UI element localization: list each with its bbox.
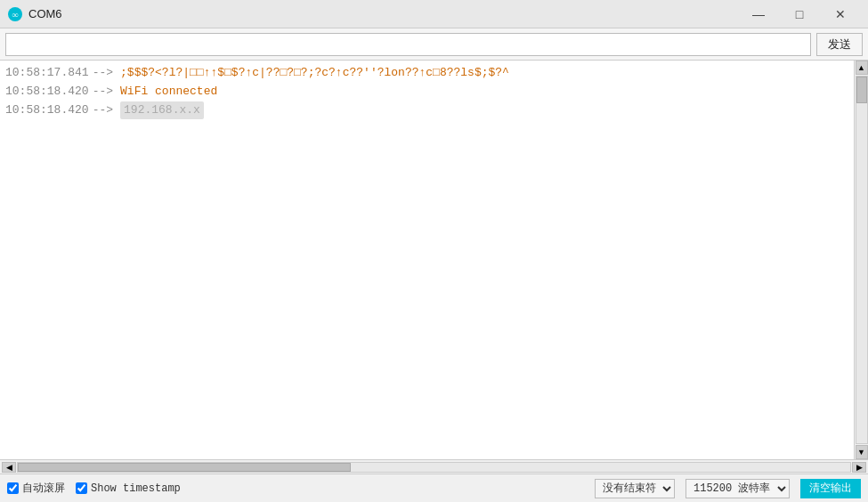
window-controls: — □ ✕: [738, 0, 861, 28]
maximize-button[interactable]: □: [779, 0, 820, 28]
show-timestamp-text: Show timestamp: [91, 482, 181, 495]
close-button[interactable]: ✕: [820, 0, 861, 28]
hscroll-thumb[interactable]: [18, 463, 351, 472]
timestamp-1: 10:58:17.841: [5, 64, 89, 83]
serial-line: 10:58:18.420 --> 192.168.x.x: [5, 101, 848, 120]
show-timestamp-checkbox[interactable]: [76, 482, 87, 494]
horizontal-scrollbar: ◀ ▶: [0, 459, 868, 474]
content-1: ;$$$?<?l?|□□↑↑$□$?↑c|??□?□?;?c?↑c??''?lo…: [120, 64, 509, 83]
scroll-up-button[interactable]: ▲: [856, 61, 868, 75]
minimize-button[interactable]: —: [738, 0, 779, 28]
baud-rate-group: 115200 波特率: [685, 479, 790, 498]
vertical-scrollbar: ▲ ▼: [854, 61, 868, 459]
ip-address: 192.168.x.x: [120, 101, 204, 120]
content-2: WiFi connected: [120, 83, 217, 101]
serial-output[interactable]: 10:58:17.841 --> ;$$$?<?l?|□□↑↑$□$?↑c|??…: [0, 61, 854, 459]
svg-text:∞: ∞: [12, 10, 18, 20]
scroll-thumb[interactable]: [856, 77, 867, 103]
line-ending-group: 没有结束符: [595, 479, 675, 498]
scroll-down-button[interactable]: ▼: [856, 445, 868, 459]
scroll-left-button[interactable]: ◀: [2, 462, 16, 473]
arrow-1: -->: [93, 64, 113, 83]
scroll-right-button[interactable]: ▶: [852, 462, 866, 473]
scroll-track[interactable]: [856, 76, 868, 444]
timestamp-2: 10:58:18.420: [5, 83, 89, 101]
baud-rate-select[interactable]: 115200 波特率: [685, 479, 790, 498]
auto-scroll-checkbox[interactable]: [7, 482, 19, 494]
line-ending-select[interactable]: 没有结束符: [595, 479, 675, 498]
hscroll-track[interactable]: [17, 462, 851, 473]
auto-scroll-text: 自动滚屏: [22, 481, 65, 496]
main-content: 10:58:17.841 --> ;$$$?<?l?|□□↑↑$□$?↑c|??…: [0, 61, 868, 459]
toolbar: 发送: [0, 28, 868, 61]
arduino-logo: ∞: [7, 6, 23, 22]
bottom-bar: 自动滚屏 Show timestamp 没有结束符 115200 波特率 清空输…: [0, 474, 868, 502]
send-input[interactable]: [5, 33, 811, 56]
clear-output-button[interactable]: 清空输出: [800, 479, 861, 498]
serial-line: 10:58:17.841 --> ;$$$?<?l?|□□↑↑$□$?↑c|??…: [5, 64, 848, 83]
timestamp-3: 10:58:18.420: [5, 101, 89, 120]
send-button[interactable]: 发送: [816, 33, 863, 56]
auto-scroll-label[interactable]: 自动滚屏: [7, 481, 65, 496]
arrow-3: -->: [93, 101, 113, 120]
arrow-2: -->: [93, 83, 113, 101]
show-timestamp-label[interactable]: Show timestamp: [76, 482, 181, 495]
title-bar: ∞ COM6 — □ ✕: [0, 0, 868, 28]
serial-line: 10:58:18.420 --> WiFi connected: [5, 83, 848, 101]
window-title: COM6: [28, 7, 738, 20]
